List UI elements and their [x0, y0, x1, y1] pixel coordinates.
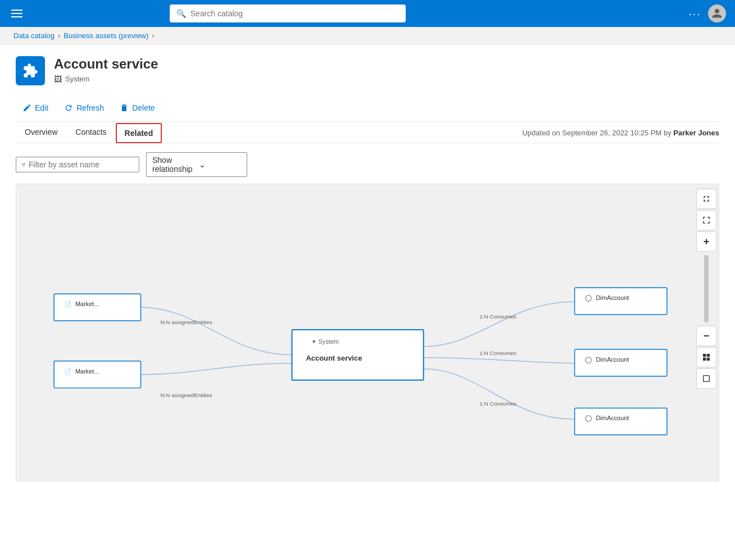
- right-node-3-label: DimAccount: [596, 415, 629, 421]
- refresh-label: Refresh: [76, 103, 104, 112]
- filter-input-wrap: ▿: [16, 157, 139, 172]
- right-node-1-icon: ◯: [585, 294, 592, 302]
- graph-controls: + −: [694, 184, 719, 481]
- central-node-title: ✦ System: [311, 338, 339, 345]
- collapse-icon[interactable]: [696, 368, 716, 389]
- left-node-2-label: Market...: [75, 368, 99, 375]
- edge-label-left-2: N:N assignedEntities: [160, 392, 212, 398]
- edit-button[interactable]: Edit: [16, 100, 55, 116]
- central-node-name: Account service: [306, 354, 362, 362]
- asset-header: Account service 🖼 System: [16, 56, 719, 85]
- asset-title: Account service: [54, 56, 158, 72]
- app-header: 🔍 ···: [0, 0, 735, 27]
- filter-icon: ▿: [22, 161, 25, 169]
- edit-icon: [22, 103, 31, 112]
- system-icon: 🖼: [54, 75, 62, 84]
- right-node-1-label: DimAccount: [596, 294, 629, 301]
- puzzle-piece-icon: [22, 63, 38, 79]
- search-icon: 🔍: [176, 9, 186, 18]
- filter-input[interactable]: [29, 160, 119, 169]
- breadcrumb: Data catalog › Business assets (preview)…: [0, 27, 735, 45]
- fit-view-icon[interactable]: [696, 210, 716, 230]
- edge-label-right-2: 1:N Consumes: [479, 350, 516, 356]
- auto-layout-icon[interactable]: [696, 347, 716, 367]
- left-node-1-icon: 📄: [64, 300, 72, 308]
- graph-scrollbar[interactable]: [704, 255, 709, 322]
- search-input[interactable]: [190, 9, 399, 18]
- toolbar: Edit Refresh Delete: [16, 94, 719, 122]
- chevron-down-icon: ⌄: [199, 160, 241, 169]
- asset-title-wrap: Account service 🖼 System: [54, 56, 158, 84]
- edge-label-right-1: 1:N Consumes: [479, 313, 516, 320]
- edge-right-1: [424, 302, 575, 347]
- edge-left-2: [141, 363, 292, 375]
- graph-controls-bottom: −: [696, 326, 716, 389]
- zoom-in-icon[interactable]: +: [696, 231, 716, 252]
- relationship-graph: N:N assignedEntities N:N assignedEntitie…: [16, 184, 719, 481]
- delete-label: Delete: [132, 103, 155, 112]
- tab-overview[interactable]: Overview: [16, 122, 66, 143]
- delete-button[interactable]: Delete: [113, 100, 161, 116]
- delete-icon: [120, 103, 129, 112]
- hamburger-menu[interactable]: [9, 7, 25, 20]
- breadcrumb-data-catalog[interactable]: Data catalog: [13, 31, 55, 40]
- asset-icon: [16, 56, 45, 85]
- tab-contacts[interactable]: Contacts: [66, 122, 115, 143]
- edge-right-3: [424, 369, 575, 420]
- tab-related[interactable]: Related: [116, 123, 162, 143]
- relationship-dropdown[interactable]: Show relationship ⌄: [146, 152, 247, 177]
- asset-subtitle: 🖼 System: [54, 75, 158, 84]
- edge-left-1: [141, 307, 292, 355]
- breadcrumb-business-assets[interactable]: Business assets (preview): [63, 31, 148, 40]
- refresh-button[interactable]: Refresh: [57, 100, 111, 116]
- right-node-3-icon: ◯: [585, 415, 592, 422]
- avatar[interactable]: [708, 4, 726, 22]
- graph-area: N:N assignedEntities N:N assignedEntitie…: [16, 184, 719, 481]
- right-node-2-label: DimAccount: [596, 356, 629, 363]
- breadcrumb-sep-1: ›: [58, 31, 60, 40]
- updated-by: Parker Jones: [673, 129, 719, 137]
- edit-label: Edit: [35, 103, 48, 112]
- header-right: ···: [688, 4, 726, 22]
- filter-row: ▿ Show relationship ⌄: [16, 152, 719, 177]
- updated-text: Updated on September 26, 2022 10:25 PM b…: [522, 129, 671, 137]
- search-bar: 🔍: [170, 4, 406, 22]
- refresh-icon: [64, 103, 73, 112]
- edge-right-2: [424, 358, 575, 363]
- left-node-2-icon: 📄: [64, 367, 72, 375]
- breadcrumb-sep-2: ›: [152, 31, 154, 40]
- edge-label-left-1: N:N assignedEntities: [160, 319, 212, 325]
- edge-label-right-3: 1:N Consumes: [479, 400, 516, 407]
- main-content: Account service 🖼 System Edit Refresh De…: [0, 45, 735, 481]
- left-node-1-label: Market...: [75, 301, 99, 307]
- more-options-icon[interactable]: ···: [688, 7, 701, 20]
- expand-icon[interactable]: [696, 189, 716, 209]
- updated-info: Updated on September 26, 2022 10:25 PM b…: [522, 129, 719, 143]
- asset-subtitle-text: System: [65, 75, 89, 83]
- graph-controls-top: +: [696, 189, 716, 252]
- relationship-label: Show relationship: [152, 156, 194, 174]
- tabs: Overview Contacts Related Updated on Sep…: [16, 122, 719, 143]
- zoom-out-icon[interactable]: −: [696, 326, 716, 346]
- right-node-2-icon: ◯: [585, 356, 592, 363]
